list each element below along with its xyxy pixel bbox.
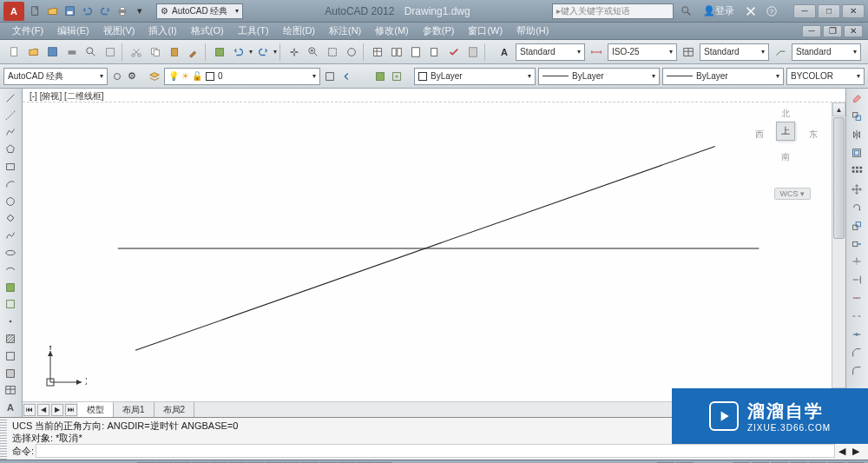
menu-draw[interactable]: 绘图(D) bbox=[276, 23, 322, 39]
layer-previous-button[interactable] bbox=[339, 68, 353, 85]
undo-button[interactable] bbox=[230, 43, 247, 61]
quickcalc-button[interactable] bbox=[464, 43, 482, 61]
move-tool[interactable] bbox=[848, 181, 865, 197]
menu-insert[interactable]: 插入(I) bbox=[141, 23, 183, 39]
doc-restore-button[interactable]: ❐ bbox=[823, 25, 842, 37]
menu-format[interactable]: 格式(O) bbox=[184, 23, 231, 39]
array-tool[interactable] bbox=[848, 163, 865, 180]
dimstyle-icon[interactable] bbox=[588, 43, 605, 61]
publish-button[interactable] bbox=[102, 43, 119, 61]
layer-dropdown[interactable]: 💡 ☀ 🔓 0 ▾ bbox=[164, 68, 320, 85]
tablestyle-icon[interactable] bbox=[680, 43, 697, 61]
view-cube[interactable]: 北 西 东 南 上 bbox=[755, 108, 814, 177]
undo-icon[interactable] bbox=[80, 3, 95, 19]
viewport-label[interactable]: [-] [俯视] [二维线框] bbox=[23, 89, 845, 103]
stretch-tool[interactable] bbox=[848, 235, 865, 252]
scroll-up-icon[interactable]: ▲ bbox=[832, 103, 845, 116]
circle-tool[interactable] bbox=[2, 194, 19, 209]
lineweight-dropdown[interactable]: ByLayer▾ bbox=[662, 68, 784, 85]
menu-tools[interactable]: 工具(T) bbox=[231, 23, 276, 39]
region-tool[interactable] bbox=[2, 366, 19, 381]
make-block-button[interactable] bbox=[390, 68, 404, 85]
ellipse-arc-tool[interactable] bbox=[2, 262, 19, 278]
mirror-tool[interactable] bbox=[848, 127, 865, 143]
gradient-tool[interactable] bbox=[2, 348, 19, 364]
make-block-tool[interactable] bbox=[2, 297, 19, 313]
login-button[interactable]: 👤 登录 bbox=[700, 3, 738, 19]
spline-tool[interactable] bbox=[2, 228, 19, 243]
extend-tool[interactable] bbox=[848, 272, 865, 288]
cut-button[interactable] bbox=[128, 43, 145, 61]
open-icon[interactable] bbox=[45, 3, 61, 19]
qat-chevron-down-icon[interactable]: ▾ bbox=[132, 3, 148, 19]
minimize-button[interactable]: ─ bbox=[793, 4, 816, 18]
ellipse-tool[interactable] bbox=[2, 245, 19, 261]
plot-button[interactable] bbox=[63, 43, 81, 61]
table-tool[interactable] bbox=[2, 383, 19, 399]
search-icon[interactable] bbox=[679, 3, 694, 19]
menu-window[interactable]: 窗口(W) bbox=[461, 23, 510, 39]
wcs-badge[interactable]: WCS ▾ bbox=[774, 188, 812, 200]
linetype-dropdown[interactable]: ByLayer▾ bbox=[538, 68, 660, 85]
text-style-dropdown[interactable]: Standard▾ bbox=[516, 43, 585, 61]
close-button[interactable]: ✕ bbox=[842, 4, 865, 18]
zoom-window-button[interactable] bbox=[324, 43, 341, 61]
block-editor-button[interactable] bbox=[211, 43, 228, 61]
revcloud-tool[interactable] bbox=[2, 211, 19, 227]
plotstyle-dropdown[interactable]: BYCOLOR▾ bbox=[786, 68, 865, 85]
table-style-dropdown[interactable]: Standard▾ bbox=[700, 43, 769, 61]
doc-minimize-button[interactable]: ─ bbox=[802, 25, 821, 37]
workspace-dropdown[interactable]: ⚙ AutoCAD 经典 ▾ bbox=[156, 3, 243, 19]
tool-palettes-button[interactable] bbox=[407, 43, 424, 61]
open-button[interactable] bbox=[25, 43, 43, 61]
mtext-tool[interactable]: A bbox=[2, 400, 19, 415]
trim-tool[interactable] bbox=[848, 254, 865, 270]
point-tool[interactable] bbox=[2, 314, 19, 329]
scrollbar-vertical[interactable]: ▲ ▼ bbox=[832, 103, 845, 401]
menu-view[interactable]: 视图(V) bbox=[96, 23, 142, 39]
drawing-canvas[interactable]: Y X 北 西 东 南 上 WCS ▾ ▲ ▼ bbox=[23, 103, 845, 401]
menu-help[interactable]: 帮助(H) bbox=[510, 23, 556, 39]
markup-button[interactable] bbox=[445, 43, 463, 61]
erase-tool[interactable] bbox=[848, 90, 865, 107]
mleader-style-dropdown[interactable]: Standard▾ bbox=[792, 43, 861, 61]
layer-states-button[interactable] bbox=[323, 68, 337, 85]
cmd-arrow-left-icon[interactable]: ◀ bbox=[835, 445, 849, 457]
sheet-set-button[interactable] bbox=[426, 43, 444, 61]
redo-icon[interactable] bbox=[97, 3, 113, 19]
doc-close-button[interactable]: ✕ bbox=[844, 25, 863, 37]
tab-last-button[interactable]: ⏭ bbox=[65, 404, 77, 416]
tab-next-button[interactable]: ▶ bbox=[51, 404, 63, 416]
scroll-thumb-v[interactable] bbox=[833, 117, 845, 239]
search-help-input[interactable]: ▸ 键入关键字或短语 bbox=[552, 3, 674, 19]
textstyle-icon[interactable]: A bbox=[496, 43, 513, 61]
copy-tool[interactable] bbox=[848, 109, 865, 125]
insert-block-button[interactable] bbox=[373, 68, 387, 85]
tab-layout2[interactable]: 布局2 bbox=[155, 402, 195, 418]
properties-button[interactable] bbox=[369, 43, 386, 61]
tab-layout1[interactable]: 布局1 bbox=[114, 402, 155, 418]
chamfer-tool[interactable] bbox=[848, 344, 865, 360]
preview-button[interactable] bbox=[82, 43, 100, 61]
rotate-tool[interactable] bbox=[848, 199, 865, 215]
workspace-settings-button[interactable] bbox=[110, 68, 124, 85]
zoom-previous-button[interactable] bbox=[343, 43, 360, 61]
design-center-button[interactable] bbox=[388, 43, 405, 61]
copy-button[interactable] bbox=[147, 43, 164, 61]
pan-button[interactable] bbox=[286, 43, 303, 61]
tab-prev-button[interactable]: ◀ bbox=[37, 404, 49, 416]
arc-tool[interactable] bbox=[2, 176, 19, 192]
menu-edit[interactable]: 编辑(E) bbox=[50, 23, 96, 39]
save-icon[interactable] bbox=[62, 3, 78, 19]
line-tool[interactable] bbox=[2, 90, 19, 106]
new-button[interactable] bbox=[6, 43, 23, 61]
workspace-toolbar-dropdown[interactable]: AutoCAD 经典▾ bbox=[3, 68, 108, 85]
rectangle-tool[interactable] bbox=[2, 159, 19, 175]
menu-modify[interactable]: 修改(M) bbox=[368, 23, 416, 39]
redo-button[interactable] bbox=[254, 43, 272, 61]
polyline-tool[interactable] bbox=[2, 125, 19, 141]
join-tool[interactable] bbox=[848, 327, 865, 343]
save-button[interactable] bbox=[44, 43, 62, 61]
scale-tool[interactable] bbox=[848, 217, 865, 234]
color-dropdown[interactable]: ByLayer▾ bbox=[414, 68, 536, 85]
